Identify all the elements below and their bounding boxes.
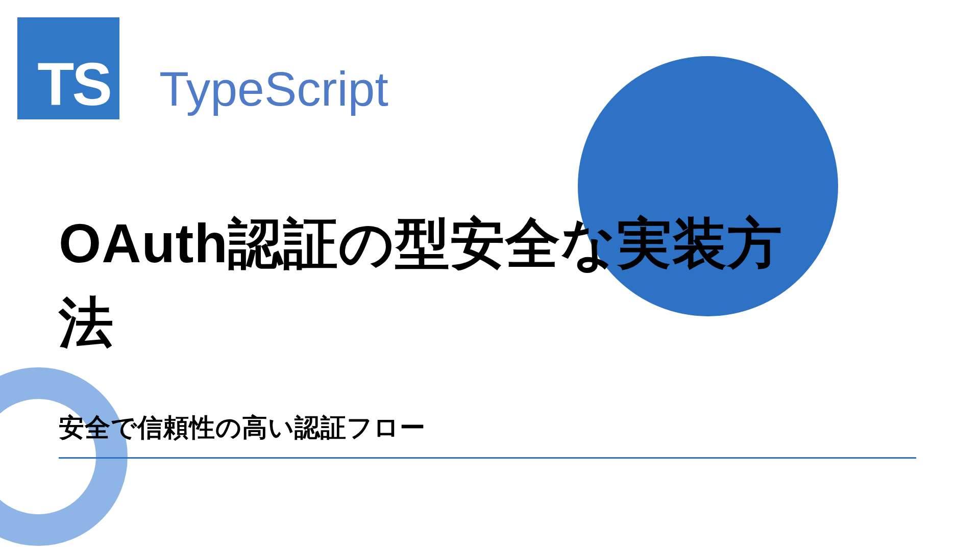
subtitle-container: 安全で信頼性の高い認証フロー [59, 411, 916, 459]
slide-subtitle: 安全で信頼性の高い認証フロー [59, 411, 916, 445]
slide: TS TypeScript OAuth認証の型安全な実装方法 安全で信頼性の高い… [0, 0, 980, 551]
brand-name: TypeScript [159, 61, 388, 117]
logo-text: TS [37, 54, 110, 114]
slide-title: OAuth認証の型安全な実装方法 [59, 204, 783, 362]
typescript-logo-icon: TS [17, 17, 119, 119]
